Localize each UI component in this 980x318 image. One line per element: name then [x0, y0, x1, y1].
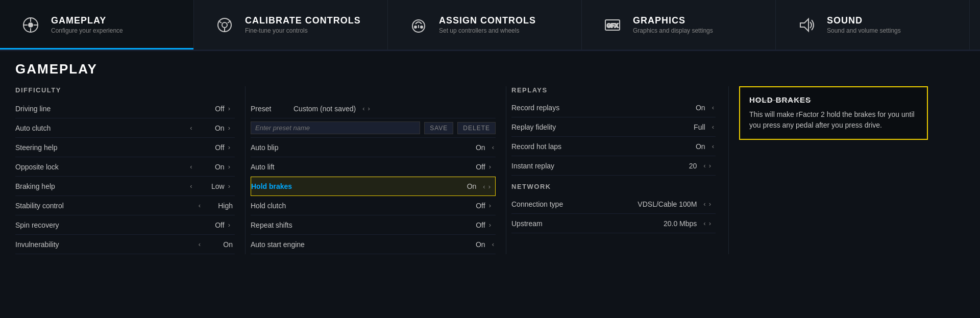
hold-brakes-left-arrow[interactable]: ‹: [481, 183, 486, 190]
difficulty-title: DIFFICULTY: [15, 86, 235, 94]
nav-calibrate[interactable]: CALIBRATE CONTROLS Fine-tune your contro…: [194, 0, 388, 50]
spin-recovery-value: Off: [194, 221, 225, 229]
upstream-left-arrow[interactable]: ‹: [702, 219, 707, 227]
instant-replay-left-arrow[interactable]: ‹: [702, 162, 707, 169]
setting-connection-type: Connection type VDSL/Cable 100M ‹ ›: [511, 194, 716, 214]
setting-auto-clutch: Auto clutch ‹ On ›: [15, 118, 235, 138]
steering-help-value: Off: [194, 143, 225, 152]
replays-title: REPLAYS: [511, 86, 716, 94]
difficulty-section: DIFFICULTY Driving line Off › Auto clutc…: [15, 86, 235, 254]
spin-recovery-label: Spin recovery: [15, 221, 194, 229]
auto-clutch-value: On: [194, 124, 225, 132]
opposite-lock-label: Opposite lock: [15, 163, 185, 171]
preset-name-input[interactable]: [251, 121, 420, 134]
auto-start-engine-left-arrow[interactable]: ‹: [491, 240, 496, 248]
record-hot-laps-value: On: [696, 142, 705, 151]
nav-gameplay-title: GAMEPLAY: [51, 15, 123, 26]
driving-line-right-arrow[interactable]: ›: [227, 105, 232, 112]
nav-gameplay-subtitle: Configure your experience: [51, 27, 123, 34]
hold-brakes-label: Hold brakes: [251, 182, 446, 190]
stability-control-left-arrow[interactable]: ‹: [197, 202, 202, 209]
auto-clutch-label: Auto clutch: [15, 124, 185, 132]
setting-stability-control: Stability control ‹ High: [15, 196, 235, 215]
connection-type-label: Connection type: [511, 200, 638, 208]
braking-help-value: Low: [194, 182, 225, 190]
delete-button[interactable]: DELETE: [457, 122, 496, 134]
graphics-icon: GFX: [600, 13, 625, 37]
auto-clutch-right-arrow[interactable]: ›: [227, 124, 232, 132]
record-replays-value: On: [696, 104, 705, 112]
setting-hold-clutch: Hold clutch Off ›: [251, 196, 496, 215]
record-replays-left-arrow[interactable]: ‹: [710, 104, 716, 111]
record-hot-laps-left-arrow[interactable]: ‹: [710, 142, 716, 150]
replays-network-section: REPLAYS Record replays On ‹ Replay fidel…: [511, 86, 716, 254]
upstream-right-arrow[interactable]: ›: [707, 219, 713, 227]
nav-assign-subtitle: Set up controllers and wheels: [439, 27, 536, 34]
nav-graphics-title: GRAPHICS: [633, 15, 713, 26]
opposite-lock-value: On: [194, 163, 225, 171]
preset-row: Preset Custom (not saved) ‹ ›: [251, 99, 496, 118]
braking-help-right-arrow[interactable]: ›: [227, 182, 232, 190]
preset-left-arrow[interactable]: ‹: [361, 105, 366, 112]
svg-text:GFX: GFX: [607, 22, 619, 29]
preset-right-arrow[interactable]: ›: [366, 105, 372, 112]
invulnerability-label: Invulnerability: [15, 240, 194, 249]
setting-instant-replay: Instant replay 20 ‹ ›: [511, 156, 716, 176]
auto-clutch-left-arrow[interactable]: ‹: [188, 124, 193, 132]
setting-upstream: Upstream 20.0 Mbps ‹ ›: [511, 214, 716, 233]
replay-fidelity-value: Full: [694, 123, 705, 131]
hold-clutch-right-arrow[interactable]: ›: [487, 202, 493, 209]
nav-calibrate-subtitle: Fine-tune your controls: [245, 27, 361, 34]
top-navigation: GAMEPLAY Configure your experience CALIB…: [0, 0, 980, 51]
setting-steering-help: Steering help Off ›: [15, 138, 235, 157]
setting-auto-start-engine: Auto start engine On ‹: [251, 235, 496, 254]
auto-lift-value: Off: [455, 163, 485, 171]
driving-line-label: Driving line: [15, 105, 194, 113]
nav-sound-title: SOUND: [827, 15, 901, 26]
divider-3: [728, 86, 729, 254]
hold-clutch-label: Hold clutch: [251, 202, 455, 210]
hold-brakes-info-box: HOLD BRAKES This will make rFactor 2 hol…: [739, 86, 928, 140]
hold-brakes-value: On: [446, 182, 476, 190]
auto-lift-right-arrow[interactable]: ›: [487, 163, 493, 170]
svg-point-13: [421, 26, 423, 28]
setting-spin-recovery: Spin recovery Off ›: [15, 215, 235, 235]
repeat-shifts-label: Repeat shifts: [251, 221, 455, 229]
driving-line-value: Off: [194, 105, 225, 113]
connection-type-left-arrow[interactable]: ‹: [702, 200, 707, 208]
preset-label: Preset: [251, 105, 291, 113]
connection-type-right-arrow[interactable]: ›: [707, 200, 713, 208]
gameplay-icon: [18, 13, 43, 37]
save-button[interactable]: SAVE: [424, 122, 453, 134]
stability-control-value: High: [202, 202, 233, 210]
settings-columns: DIFFICULTY Driving line Off › Auto clutc…: [15, 86, 965, 254]
setting-record-replays: Record replays On ‹: [511, 98, 716, 117]
hold-brakes-right-arrow[interactable]: ›: [487, 183, 492, 190]
nav-calibrate-title: CALIBRATE CONTROLS: [245, 15, 361, 26]
opposite-lock-left-arrow[interactable]: ‹: [188, 163, 193, 170]
braking-help-left-arrow[interactable]: ‹: [188, 182, 193, 190]
sound-icon: [794, 13, 819, 37]
nav-sound[interactable]: SOUND Sound and volume settings: [776, 0, 970, 50]
instant-replay-right-arrow[interactable]: ›: [707, 162, 713, 169]
setting-auto-blip: Auto blip On ‹: [251, 138, 496, 157]
auto-blip-value: On: [455, 143, 485, 152]
nav-gameplay[interactable]: GAMEPLAY Configure your experience: [0, 0, 194, 50]
steering-help-right-arrow[interactable]: ›: [227, 143, 232, 151]
spin-recovery-right-arrow[interactable]: ›: [227, 221, 232, 229]
repeat-shifts-right-arrow[interactable]: ›: [487, 221, 493, 229]
divider-2: [506, 86, 506, 254]
setting-record-hot-laps: Record hot laps On ‹: [511, 137, 716, 156]
svg-point-12: [414, 26, 416, 28]
opposite-lock-right-arrow[interactable]: ›: [227, 163, 232, 170]
repeat-shifts-value: Off: [455, 221, 485, 229]
auto-start-engine-label: Auto start engine: [251, 240, 455, 249]
auto-blip-left-arrow[interactable]: ‹: [491, 143, 496, 151]
nav-assign[interactable]: ASSIGN CONTROLS Set up controllers and w…: [388, 0, 582, 50]
replay-fidelity-left-arrow[interactable]: ‹: [710, 123, 716, 131]
setting-driving-line: Driving line Off ›: [15, 99, 235, 118]
connection-type-value: VDSL/Cable 100M: [638, 200, 697, 208]
invulnerability-left-arrow[interactable]: ‹: [197, 240, 202, 248]
nav-graphics[interactable]: GFX GRAPHICS Graphics and display settin…: [582, 0, 776, 50]
preset-input-row: SAVE DELETE: [251, 118, 496, 138]
